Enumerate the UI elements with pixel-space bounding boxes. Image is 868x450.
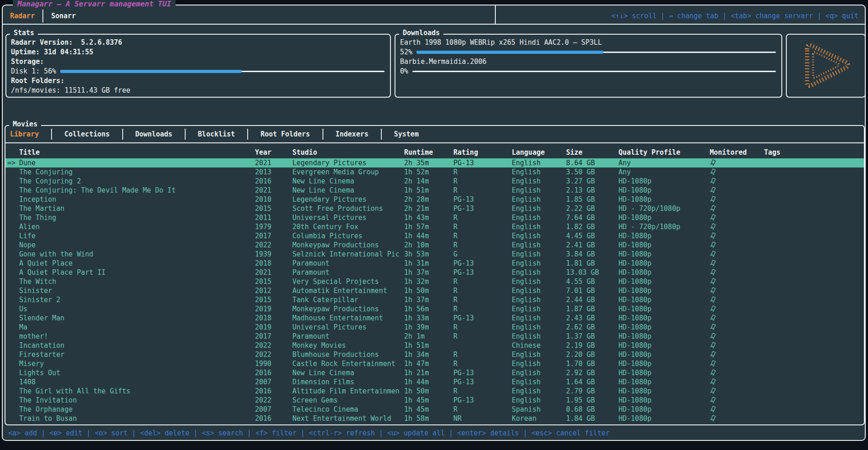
selected-row-marker	[5, 186, 19, 195]
table-row[interactable]: The Orphanage2007Telecinco Cinema1h 45mR…	[5, 405, 864, 414]
table-row[interactable]: Lights Out2016New Line Cinema1h 21mPG-13…	[5, 368, 864, 377]
servarr-tab-radarr[interactable]: Radarr	[9, 12, 36, 20]
monitored-tag-icon	[710, 187, 717, 194]
table-row[interactable]: The Martian2015Scott Free Productions2h …	[5, 204, 864, 213]
table-row[interactable]: The Thing2011Universal Pictures1h 43mREn…	[5, 213, 864, 222]
cell-studio: Automatik Entertainment	[292, 286, 404, 295]
movies-tab-root-folders[interactable]: Root Folders	[260, 130, 310, 138]
cell-title: Incantation	[19, 341, 255, 350]
servarr-tab-sonarr[interactable]: Sonarr	[50, 12, 77, 20]
table-row[interactable]: Gone with the Wind1939Selznick Internati…	[5, 250, 864, 259]
cell-monitored	[710, 304, 764, 314]
monitored-tag-icon	[710, 314, 717, 322]
cell-quality: HD-1080p	[619, 186, 710, 195]
downloads-list: Earth 1998 1080p WEBRip x265 Hindi AAC2.…	[400, 38, 777, 76]
gauge-fill	[60, 70, 242, 73]
selected-row-marker	[5, 396, 19, 405]
table-row[interactable]: The Conjuring2013Evergreen Media Group1h…	[5, 167, 864, 177]
movies-tab-separator	[122, 129, 123, 140]
cell-quality: HD-1080p	[619, 350, 710, 359]
table-row[interactable]: The Invitation2022Screen Gems1h 45mPG-13…	[5, 396, 864, 405]
table-row[interactable]: Ma2019Universal Pictures1h 39mREnglish2.…	[5, 323, 864, 332]
movies-tab-blocklist[interactable]: Blocklist	[198, 130, 235, 138]
cell-size: 7.01 GB	[566, 286, 619, 295]
table-row[interactable]: Nope2022Monkeypaw Productions2h 10mREngl…	[5, 241, 864, 250]
table-row[interactable]: Us2019Monkeypaw Productions1h 56mREnglis…	[5, 304, 864, 314]
table-row[interactable]: Life2017Columbia Pictures1h 44mREnglish4…	[5, 231, 864, 241]
cell-rating: R	[453, 323, 512, 332]
table-row[interactable]: Alien197920th Century Fox1h 57mREnglish1…	[5, 222, 864, 231]
cell-tags	[764, 377, 864, 387]
table-row[interactable]: A Quiet Place Part II2021Paramount1h 37m…	[5, 268, 864, 277]
selected-row-marker	[5, 304, 19, 314]
table-row[interactable]: The Girl with All the Gifts2016Altitude …	[5, 387, 864, 396]
keybinding-item: <del> delete	[140, 429, 189, 437]
cell-size: 1.64 GB	[566, 377, 619, 387]
cell-quality: HD-1080p	[619, 341, 710, 350]
table-row[interactable]: Sinister2012Automatik Entertainment1h 50…	[5, 286, 864, 295]
movies-tab-library[interactable]: Library	[10, 130, 39, 138]
monitored-tag-icon	[710, 324, 717, 331]
cell-runtime: 2h 28m	[404, 195, 453, 204]
cell-language: English	[512, 332, 566, 341]
cell-rating: NR	[453, 414, 512, 423]
movies-tab-system[interactable]: System	[394, 130, 419, 138]
movies-tab-collections[interactable]: Collections	[64, 130, 109, 138]
cell-tags	[764, 177, 864, 186]
cell-quality: Any	[619, 158, 710, 167]
cell-language: English	[512, 158, 566, 167]
table-row[interactable]: =>Dune2021Legendary Pictures2h 35mPG-13E…	[5, 158, 864, 167]
table-row[interactable]: 14082007Dimension Films1h 44mPG-13Englis…	[5, 377, 864, 387]
movies-tab-downloads[interactable]: Downloads	[135, 130, 172, 138]
cell-monitored	[710, 259, 764, 268]
movies-table-header: TitleYearStudioRuntimeRatingLanguageSize…	[5, 143, 864, 158]
cell-language: English	[512, 396, 566, 405]
cell-year: 2016	[255, 368, 292, 377]
table-row[interactable]: Misery1990Castle Rock Entertainment1h 47…	[5, 359, 864, 368]
cell-monitored	[710, 350, 764, 359]
cell-language: English	[512, 167, 566, 177]
cell-language: English	[512, 195, 566, 204]
cell-quality: HD-1080p	[619, 314, 710, 323]
table-row[interactable]: Incantation2022Monkey Movies1h 51mChines…	[5, 341, 864, 350]
table-row[interactable]: The Conjuring: The Devil Made Me Do It20…	[5, 186, 864, 195]
logo-panel	[786, 34, 866, 98]
cell-tags	[764, 277, 864, 286]
cell-year: 2010	[255, 195, 292, 204]
cell-language: English	[512, 387, 566, 396]
cell-studio: Monkey Movies	[292, 341, 404, 350]
table-row[interactable]: mother!2017Paramount2h 1mREnglish1.37 GB…	[5, 332, 864, 341]
table-row[interactable]: Sinister 22015Tank Caterpillar1h 37mREng…	[5, 295, 864, 304]
table-row[interactable]: Train to Busan2016Next Entertainment Wor…	[5, 414, 864, 423]
top-bar: RadarrSonarr <↑↓> scroll | ↔ change tab …	[9, 9, 858, 23]
cell-year: 2017	[255, 231, 292, 241]
cell-year: 2011	[255, 213, 292, 222]
selected-row-marker	[5, 314, 19, 323]
table-row[interactable]: Slender Man2018Madhouse Entertainment1h …	[5, 314, 864, 323]
movies-tab-indexers[interactable]: Indexers	[336, 130, 369, 138]
cell-year: 2021	[255, 186, 292, 195]
cell-title: Inception	[19, 195, 255, 204]
cell-size: 1.95 GB	[566, 396, 619, 405]
table-row[interactable]: The Witch2015Very Special Projects1h 32m…	[5, 277, 864, 286]
download-percent-label: 52%	[400, 47, 412, 57]
cell-year: 2015	[255, 295, 292, 304]
table-row[interactable]: Firestarter2022Blumhouse Productions1h 3…	[5, 350, 864, 359]
cell-runtime: 1h 47m	[404, 359, 453, 368]
cell-rating: R	[453, 286, 512, 295]
cell-quality: HD-1080p	[619, 277, 710, 286]
cell-studio: Screen Gems	[292, 396, 404, 405]
keybinding-item: <esc> cancel filter	[531, 429, 610, 437]
cell-size: 2.20 GB	[566, 350, 619, 359]
cell-year: 2007	[255, 405, 292, 414]
cell-title: 1408	[19, 377, 255, 387]
cell-size: 4.55 GB	[566, 277, 619, 286]
cell-year: 2016	[255, 387, 292, 396]
cell-runtime: 1h 44m	[404, 231, 453, 241]
cell-size: 2.62 GB	[566, 323, 619, 332]
table-row[interactable]: Inception2010Legendary Pictures2h 28mPG-…	[5, 195, 864, 204]
table-row[interactable]: A Quiet Place2018Paramount1h 31mPG-13Eng…	[5, 259, 864, 268]
table-row[interactable]: The Conjuring 22016New Line Cinema2h 14m…	[5, 177, 864, 186]
cell-studio: Monkeypaw Productions	[292, 304, 404, 314]
cell-language: English	[512, 241, 566, 250]
